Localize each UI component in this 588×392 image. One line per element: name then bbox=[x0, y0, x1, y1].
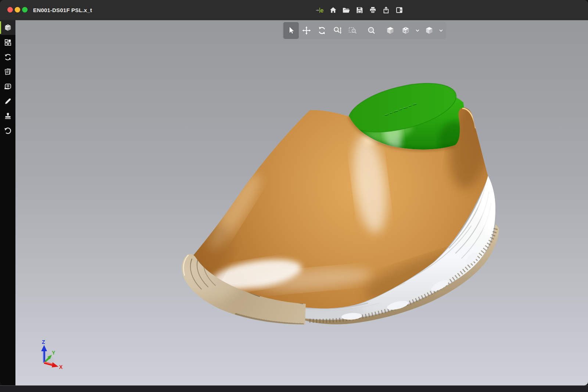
display-style-button[interactable] bbox=[383, 22, 398, 39]
home-icon bbox=[329, 6, 337, 14]
sidebar-item-stamp[interactable] bbox=[0, 108, 15, 123]
share-button[interactable] bbox=[381, 6, 390, 15]
select-cursor-icon bbox=[286, 26, 296, 35]
folder-open-icon bbox=[342, 7, 350, 14]
zoom-tool-button[interactable] bbox=[330, 22, 345, 39]
panel-button[interactable] bbox=[395, 6, 404, 15]
shoe-3d-model[interactable] bbox=[15, 20, 588, 385]
markup-pencil-icon bbox=[4, 97, 12, 105]
animate-rotate-icon bbox=[4, 126, 12, 135]
svg-text:X: X bbox=[59, 364, 63, 370]
shaded-cube-icon bbox=[386, 26, 395, 35]
svg-text:e: e bbox=[320, 7, 324, 13]
sidebar-item-configurations[interactable] bbox=[0, 64, 15, 79]
pan-tool-button[interactable] bbox=[299, 22, 314, 39]
configurations-sheets-icon bbox=[4, 68, 12, 76]
measure-tape-icon bbox=[4, 82, 12, 91]
share-icon bbox=[382, 6, 390, 14]
model-cube-icon bbox=[4, 24, 12, 32]
home-button[interactable] bbox=[329, 6, 337, 15]
zoom-fit-button[interactable] bbox=[364, 22, 379, 39]
zoom-area-icon bbox=[348, 26, 358, 35]
pan-arrows-icon bbox=[302, 26, 311, 35]
edrawings-logo[interactable]: e bbox=[315, 6, 324, 15]
print-button[interactable] bbox=[368, 6, 377, 15]
svg-text:Z: Z bbox=[42, 339, 45, 345]
stamp-icon bbox=[4, 112, 12, 120]
zoom-magnifier-icon bbox=[333, 26, 342, 35]
minimize-button[interactable] bbox=[15, 7, 20, 12]
svg-text:Y: Y bbox=[52, 350, 55, 356]
x-axis: X bbox=[44, 362, 63, 370]
titlebar: EN001-DS01F PSL.x_t e bbox=[0, 0, 588, 20]
window-title: EN001-DS01F PSL.x_t bbox=[33, 0, 92, 20]
standard-views-cube-icon bbox=[424, 26, 434, 35]
view-orientation-dropdown[interactable] bbox=[413, 22, 422, 39]
sidebar-item-animate[interactable] bbox=[0, 123, 15, 138]
open-button[interactable] bbox=[342, 6, 351, 15]
save-icon bbox=[356, 6, 363, 14]
desktop-strip bbox=[0, 385, 588, 392]
sidebar-item-reset[interactable] bbox=[0, 50, 15, 64]
coordinate-triad: Y Z X bbox=[35, 339, 66, 371]
rotate-tool-button[interactable] bbox=[314, 22, 330, 39]
viewport-canvas[interactable]: Y Z X bbox=[15, 20, 588, 385]
orientation-cube-icon bbox=[401, 26, 410, 35]
sidebar-item-measure[interactable] bbox=[0, 79, 15, 94]
sidebar-item-markup[interactable] bbox=[0, 94, 15, 108]
edrawings-logo-icon: e bbox=[315, 6, 324, 15]
components-grid-icon bbox=[4, 38, 12, 47]
maximize-button[interactable] bbox=[22, 7, 28, 12]
close-button[interactable] bbox=[7, 7, 13, 12]
edrawings-window: EN001-DS01F PSL.x_t e bbox=[0, 0, 588, 385]
zoom-area-button[interactable] bbox=[345, 22, 361, 39]
select-tool-button[interactable] bbox=[283, 22, 299, 39]
view-orientation-button[interactable] bbox=[398, 22, 413, 39]
save-button[interactable] bbox=[355, 6, 364, 15]
chevron-down-icon bbox=[415, 28, 420, 33]
sidebar bbox=[0, 20, 15, 385]
print-icon bbox=[369, 6, 377, 14]
zoom-fit-icon bbox=[367, 26, 376, 35]
sidebar-item-components[interactable] bbox=[0, 35, 15, 50]
view-toolbar bbox=[282, 22, 446, 39]
rotate-arrows-icon bbox=[317, 26, 327, 35]
panel-icon bbox=[395, 6, 403, 14]
standard-views-button[interactable] bbox=[422, 22, 437, 39]
reset-arrows-icon bbox=[4, 53, 12, 61]
titlebar-actions: e bbox=[315, 0, 404, 20]
chevron-down-icon bbox=[438, 28, 444, 33]
standard-views-dropdown[interactable] bbox=[437, 22, 445, 39]
sidebar-item-model[interactable] bbox=[0, 20, 15, 35]
